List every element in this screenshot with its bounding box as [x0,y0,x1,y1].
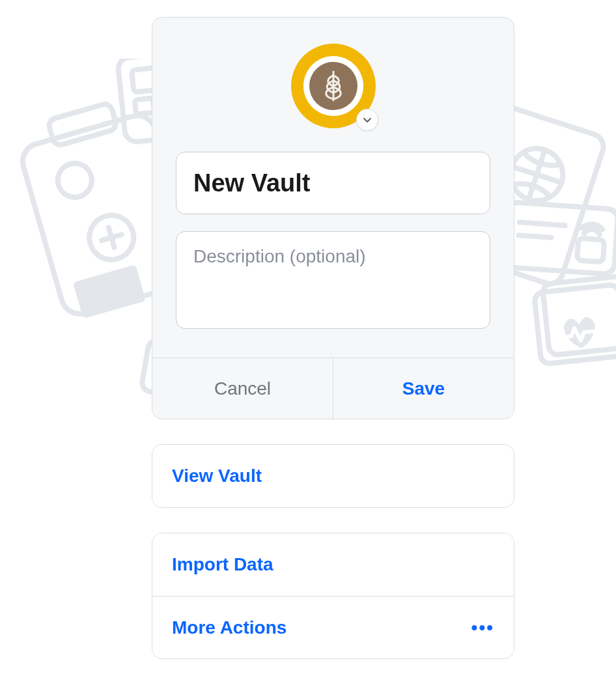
view-vault-label: View Vault [172,466,262,486]
save-button[interactable]: Save [333,358,514,419]
vault-icon-picker[interactable] [291,44,376,128]
view-vault-button[interactable]: View Vault [152,445,514,507]
latte-art-icon [309,62,357,110]
svg-rect-4 [73,264,146,318]
more-actions-button[interactable]: More Actions ••• [152,596,514,658]
more-actions-ellipsis-icon: ••• [471,617,494,638]
vault-description-input[interactable] [176,231,490,329]
svg-rect-15 [534,284,616,364]
vault-name-input[interactable] [176,152,490,214]
new-vault-card: Cancel Save [152,17,514,419]
import-data-button[interactable]: Import Data [152,533,514,596]
svg-point-2 [54,160,96,201]
svg-rect-16 [542,275,616,356]
view-vault-panel: View Vault [152,444,514,508]
more-actions-label: More Actions [172,617,287,638]
card-action-bar: Cancel Save [152,358,514,419]
icon-picker-chevron[interactable] [356,109,378,131]
svg-point-3 [84,210,139,265]
svg-rect-1 [48,102,118,147]
more-actions-panel: Import Data More Actions ••• [152,533,514,659]
svg-rect-13 [503,202,616,275]
cancel-button[interactable]: Cancel [152,358,333,419]
chevron-down-icon [362,115,372,125]
import-data-label: Import Data [172,554,273,575]
svg-rect-14 [577,238,604,262]
